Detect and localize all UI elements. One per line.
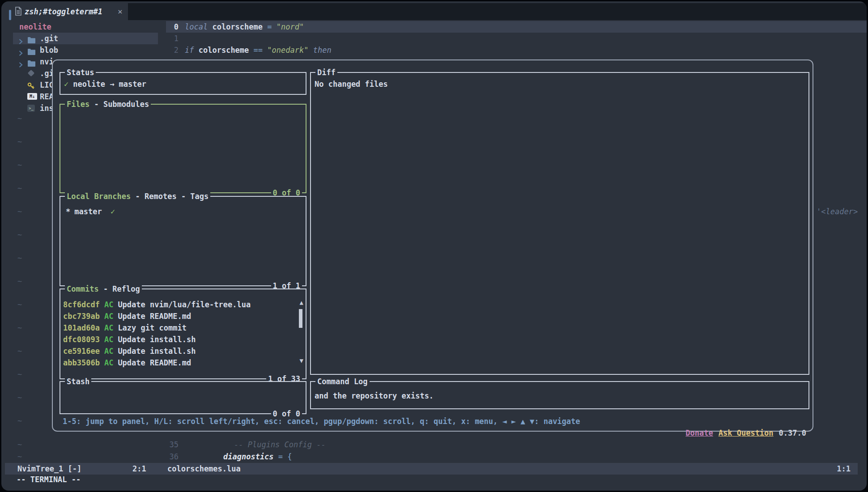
commit-hash: ce5916ee	[63, 347, 100, 356]
tab-title: zsh;#toggleterm#1	[25, 6, 102, 17]
scroll-up-icon[interactable]: ▲	[300, 297, 303, 308]
code-line: 0local colorscheme = "nord"	[1, 21, 867, 33]
folder-icon	[27, 48, 36, 55]
terminal-window: zsh;#toggleterm#1 × 0local colorscheme =…	[1, 1, 867, 491]
branch-star: *	[66, 207, 70, 216]
tree-item-git[interactable]: .git	[13, 33, 158, 44]
commit-message: Update README.md	[118, 358, 191, 367]
commit-row[interactable]: abb3506bACUpdate README.md	[63, 357, 191, 369]
markdown-icon: M↓	[27, 93, 37, 100]
line-number: 1	[162, 33, 179, 44]
commit-row[interactable]: dfc08093ACUpdate install.sh	[63, 334, 196, 345]
terminal-icon: >_	[27, 105, 35, 112]
statusline-cursor: 1:1	[837, 463, 851, 475]
lazygit-window: Status ✓neolite → master Files - Submodu…	[52, 59, 813, 432]
code-line: 36diagnostics = {	[1, 451, 867, 462]
check-icon: ✓	[111, 207, 115, 216]
mode-indicator: -- TERMINAL --	[17, 474, 81, 485]
commit-author: AC	[104, 312, 113, 321]
keybar: 1-5: jump to panel, H/L: scroll left/rig…	[63, 416, 580, 427]
panel-files[interactable]: Files - Submodules 0 of 0	[60, 104, 306, 193]
commit-hash: cbc739ab	[63, 312, 100, 321]
statusline-buffer: NvimTree_1 [-]	[17, 463, 81, 475]
tilde-marker: ~	[17, 206, 22, 217]
commit-hash: abb3506b	[63, 358, 100, 367]
tree-item-label: blob	[40, 44, 58, 56]
tab-close-icon[interactable]: ×	[118, 6, 123, 17]
tree-item-label: .git	[40, 33, 58, 44]
scroll-down-icon[interactable]: ▼	[300, 355, 303, 366]
panel-command-log[interactable]: Command Log and the repository exists.	[310, 381, 809, 409]
statusline: NvimTree_1 [-] 2:1 colorschemes.lua 1:1	[5, 463, 858, 475]
commit-hash: dfc08093	[63, 335, 100, 344]
file-icon	[15, 7, 22, 19]
commit-row[interactable]: cbc739abACUpdate README.md	[63, 310, 191, 322]
commit-message: Update install.sh	[118, 347, 196, 356]
commit-author: AC	[104, 347, 113, 356]
tilde-marker: ~	[17, 136, 22, 148]
statusline-position: 2:1	[132, 463, 146, 475]
branch-row[interactable]: *master ✓	[66, 206, 115, 217]
key-icon	[27, 82, 35, 90]
tilde-marker: ~	[17, 322, 22, 334]
commit-row[interactable]: 101ad60aACLazy git commit	[63, 322, 187, 334]
commit-message: Update nvim/lua/file-tree.lua	[118, 300, 251, 309]
tree-root-label[interactable]: neolite	[19, 21, 51, 33]
commit-message: Update README.md	[118, 312, 191, 321]
line-number: 36	[162, 451, 179, 462]
tilde-marker: ~	[17, 113, 22, 124]
diff-body: No changed files	[315, 78, 388, 90]
line-number: 0	[162, 21, 179, 33]
tilde-marker: ~	[17, 392, 22, 403]
panel-diff-title: Diff	[315, 67, 337, 78]
ask-question-link[interactable]: Ask Question	[719, 428, 774, 437]
panel-stash[interactable]: Stash 0 of 0	[60, 381, 306, 414]
command-log-body: and the repository exists.	[315, 390, 434, 402]
leader-hint: '<leader>	[817, 206, 858, 217]
tilde-marker: ~	[17, 252, 22, 264]
tilde-marker: ~	[17, 159, 22, 171]
tilde-marker: ~	[17, 345, 22, 357]
tilde-marker: ~	[17, 299, 22, 310]
chevron-right-icon	[18, 39, 23, 44]
commit-author: AC	[104, 323, 113, 332]
status-branch-row: ✓neolite → master	[64, 78, 146, 90]
tilde-marker: ~	[17, 415, 22, 427]
panel-commits-title: Commits - Reflog	[65, 284, 142, 294]
folder-icon	[27, 37, 36, 43]
git-icon	[28, 70, 35, 77]
chevron-right-icon	[18, 51, 23, 56]
folder-icon	[27, 60, 36, 67]
scrollbar-thumb[interactable]	[299, 309, 302, 328]
tilde-marker: ~	[17, 276, 22, 287]
panel-status[interactable]: Status ✓neolite → master	[60, 72, 306, 95]
check-icon: ✓	[64, 80, 68, 89]
panel-status-title: Status	[65, 67, 96, 78]
commit-author: AC	[104, 358, 113, 367]
commit-message: Lazy git commit	[118, 323, 187, 332]
commit-row[interactable]: 8cf6dcdfACUpdate nvim/lua/file-tree.lua	[63, 299, 251, 310]
line-number: 2	[162, 44, 179, 56]
panel-branches[interactable]: Local Branches - Remotes - Tags *master …	[60, 196, 306, 286]
tilde-marker: ~	[17, 229, 22, 241]
tilde-marker: ~	[17, 182, 22, 194]
statusline-filename: colorschemes.lua	[167, 463, 241, 475]
panel-stash-title: Stash	[65, 376, 91, 387]
commit-hash: 101ad60a	[63, 323, 100, 332]
line-number: 35	[162, 439, 179, 450]
tilde-marker: ~	[17, 369, 22, 380]
commit-row[interactable]: ce5916eeACUpdate install.sh	[63, 345, 196, 357]
panel-branches-title: Local Branches - Remotes - Tags	[65, 191, 210, 202]
panel-files-title: Files - Submodules	[65, 99, 151, 110]
panel-commits[interactable]: Commits - Reflog 8cf6dcdfACUpdate nvim/l…	[60, 288, 306, 379]
panel-diff[interactable]: Diff No changed files	[310, 72, 809, 375]
active-buffer-indicator	[9, 10, 11, 20]
commit-hash: 8cf6dcdf	[63, 300, 100, 309]
chevron-right-icon	[18, 62, 23, 68]
code-line: 35-- Plugins Config --	[1, 439, 867, 450]
donate-link[interactable]: Donate	[685, 428, 713, 437]
commit-message: Update install.sh	[118, 335, 196, 344]
tree-item-blob[interactable]: blob	[13, 44, 158, 56]
version-label: 0.37.0	[779, 428, 806, 437]
tabline	[128, 3, 867, 20]
